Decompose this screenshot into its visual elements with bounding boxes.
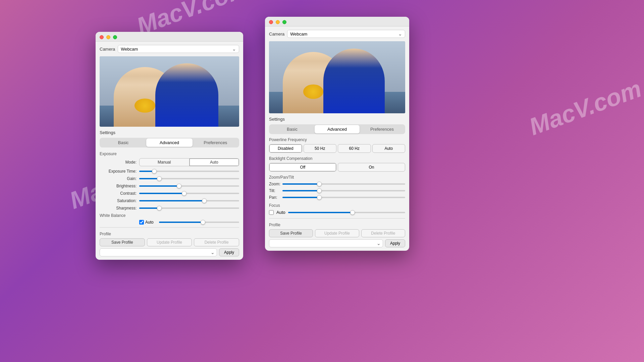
50hz-btn[interactable]: 50 Hz bbox=[304, 144, 337, 153]
60hz-btn[interactable]: 60 Hz bbox=[338, 144, 371, 153]
apply-btn[interactable]: Apply bbox=[219, 248, 239, 256]
sharpness-row: Sharpness: bbox=[100, 206, 239, 210]
camera-label: Camera bbox=[100, 47, 115, 52]
exposure-time-slider[interactable] bbox=[139, 171, 239, 172]
auto-btn[interactable]: Auto bbox=[372, 144, 406, 153]
profile-row-2: ⌄ Apply bbox=[269, 239, 405, 247]
exposure-time-row: Exposure Time: bbox=[100, 169, 239, 174]
focus-auto-text: Auto bbox=[276, 210, 285, 215]
maximize-button-2[interactable] bbox=[282, 20, 286, 24]
delete-profile-btn[interactable]: Delete Profile bbox=[194, 238, 239, 246]
powerline-group: Disabled 50 Hz 60 Hz Auto bbox=[269, 144, 405, 153]
window-basic: Camera Webcam ⌄ Settings Basic Advanced … bbox=[96, 32, 243, 260]
titlebar-basic bbox=[96, 32, 243, 42]
tab-preferences-2[interactable]: Preferences bbox=[360, 125, 405, 133]
camera-value-2: Webcam bbox=[290, 32, 307, 37]
camera-select-2[interactable]: Webcam ⌄ bbox=[287, 30, 405, 38]
sharpness-slider[interactable] bbox=[139, 207, 239, 209]
wb-auto-text: Auto bbox=[145, 220, 154, 225]
profile-buttons: Save Profile Update Profile Delete Profi… bbox=[100, 238, 239, 246]
zoom-pan-tilt-title: Zoom/Pan/Tilt bbox=[269, 175, 405, 180]
save-profile-btn[interactable]: Save Profile bbox=[100, 238, 145, 246]
pan-slider[interactable] bbox=[282, 197, 405, 198]
exposure-section-title: Exposure bbox=[100, 152, 239, 156]
wb-auto-checkbox[interactable] bbox=[139, 220, 144, 225]
saturation-slider[interactable] bbox=[139, 200, 239, 201]
auto-mode-btn[interactable]: Auto bbox=[190, 158, 239, 166]
profile-section: Profile Save Profile Update Profile Dele… bbox=[100, 227, 239, 256]
mode-row: Mode: Manual Auto bbox=[100, 158, 239, 166]
manual-mode-btn[interactable]: Manual bbox=[139, 158, 190, 166]
camera-select[interactable]: Webcam ⌄ bbox=[118, 45, 239, 53]
contrast-label: Contrast: bbox=[100, 191, 137, 196]
saturation-row: Saturation: bbox=[100, 198, 239, 203]
sharpness-label: Sharpness: bbox=[100, 206, 137, 210]
delete-profile-btn-2[interactable]: Delete Profile bbox=[361, 229, 405, 237]
zoom-slider[interactable] bbox=[282, 183, 405, 185]
camera-dropdown-arrow-2: ⌄ bbox=[398, 31, 402, 37]
saturation-label: Saturation: bbox=[100, 198, 137, 203]
profile-buttons-2: Save Profile Update Profile Delete Profi… bbox=[269, 229, 405, 237]
gain-slider[interactable] bbox=[139, 178, 239, 179]
camera-row: Camera Webcam ⌄ bbox=[100, 45, 239, 53]
focus-slider[interactable] bbox=[288, 212, 405, 213]
disabled-btn[interactable]: Disabled bbox=[269, 144, 302, 153]
titlebar-advanced bbox=[265, 17, 409, 26]
tab-basic[interactable]: Basic bbox=[100, 138, 146, 147]
wb-auto-label[interactable]: Auto bbox=[139, 220, 154, 225]
window-advanced: Camera Webcam ⌄ Settings Basic Advanced … bbox=[265, 17, 409, 251]
gain-label: Gain: bbox=[100, 176, 137, 181]
watermark-2: MacV.com bbox=[526, 75, 644, 141]
focus-auto-checkbox[interactable] bbox=[269, 210, 274, 215]
focus-row: Auto bbox=[269, 210, 405, 215]
profile-title: Profile bbox=[100, 232, 239, 236]
backlight-group: Off On bbox=[269, 163, 405, 172]
white-balance-title: White Balance bbox=[100, 213, 239, 218]
apply-btn-2[interactable]: Apply bbox=[385, 239, 405, 247]
powerline-title: Powerline Frequency bbox=[269, 137, 405, 142]
profile-dropdown[interactable]: ⌄ bbox=[100, 248, 217, 256]
save-profile-btn-2[interactable]: Save Profile bbox=[269, 229, 313, 237]
brightness-label: Brightness: bbox=[100, 184, 137, 188]
wb-slider[interactable] bbox=[159, 222, 239, 223]
close-button-2[interactable] bbox=[269, 20, 273, 24]
tab-group-advanced: Basic Advanced Preferences bbox=[269, 124, 405, 134]
tab-advanced-2[interactable]: Advanced bbox=[315, 125, 360, 133]
update-profile-btn[interactable]: Update Profile bbox=[147, 238, 192, 246]
mode-label: Mode: bbox=[100, 160, 137, 165]
tab-advanced[interactable]: Advanced bbox=[146, 138, 192, 147]
focus-title: Focus bbox=[269, 203, 405, 208]
on-btn[interactable]: On bbox=[338, 163, 405, 172]
exposure-time-label: Exposure Time: bbox=[100, 169, 137, 174]
settings-title: Settings bbox=[100, 130, 239, 135]
zoom-label: Zoom: bbox=[269, 182, 282, 186]
contrast-slider[interactable] bbox=[139, 193, 239, 194]
pan-row: Pan: bbox=[269, 195, 405, 200]
close-button[interactable] bbox=[100, 35, 104, 39]
tilt-slider[interactable] bbox=[282, 190, 405, 191]
off-btn[interactable]: Off bbox=[269, 163, 336, 172]
contrast-row: Contrast: bbox=[100, 191, 239, 196]
zoom-row: Zoom: bbox=[269, 182, 405, 186]
pan-label: Pan: bbox=[269, 195, 282, 200]
mode-toggle: Manual Auto bbox=[139, 158, 239, 166]
profile-section-2: Profile Save Profile Update Profile Dele… bbox=[269, 218, 405, 247]
tab-preferences[interactable]: Preferences bbox=[193, 138, 238, 147]
minimize-button[interactable] bbox=[106, 35, 110, 39]
camera-dropdown-arrow: ⌄ bbox=[232, 46, 236, 52]
profile-dropdown-arrow: ⌄ bbox=[211, 250, 215, 255]
minimize-button-2[interactable] bbox=[276, 20, 280, 24]
tab-group-basic: Basic Advanced Preferences bbox=[100, 138, 239, 147]
settings-title-2: Settings bbox=[269, 117, 405, 122]
tilt-row: Tilt: bbox=[269, 188, 405, 193]
camera-row-2: Camera Webcam ⌄ bbox=[269, 30, 405, 38]
profile-dropdown-2[interactable]: ⌄ bbox=[269, 239, 383, 247]
profile-row: ⌄ Apply bbox=[100, 248, 239, 256]
tab-basic-2[interactable]: Basic bbox=[270, 125, 315, 133]
brightness-slider[interactable] bbox=[139, 185, 239, 187]
maximize-button[interactable] bbox=[113, 35, 117, 39]
tilt-label: Tilt: bbox=[269, 188, 282, 193]
update-profile-btn-2[interactable]: Update Profile bbox=[315, 229, 359, 237]
gain-row: Gain: bbox=[100, 176, 239, 181]
brightness-row: Brightness: bbox=[100, 184, 239, 188]
